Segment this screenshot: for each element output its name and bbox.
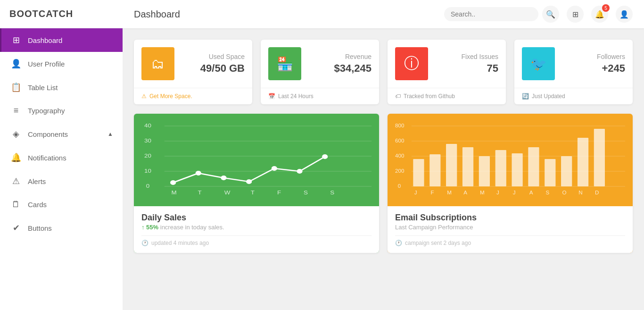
search-button[interactable]: 🔍 <box>542 6 559 23</box>
daily-sales-time-text: updated 4 minutes ago <box>151 240 209 246</box>
sidebar-item-label: Cards <box>28 201 47 209</box>
alert-icon: ⚠ <box>11 176 21 186</box>
chart-cards-row: 40 30 20 10 0 M T W T F S S <box>134 114 633 253</box>
stat-label: Followers <box>597 53 625 60</box>
sidebar-item-label: Typography <box>28 107 65 115</box>
svg-text:J: J <box>513 190 516 195</box>
svg-rect-36 <box>446 144 457 186</box>
svg-text:W: W <box>224 190 231 196</box>
buttons-icon: ✔ <box>11 223 21 233</box>
daily-sales-time: 🕐 updated 4 minutes ago <box>141 235 372 246</box>
email-subscriptions-time-text: campaign sent 2 days ago <box>405 240 471 246</box>
email-subscriptions-footer: Email Subscriptions Last Campaign Perfor… <box>388 206 633 253</box>
stat-value: +245 <box>602 62 625 75</box>
search-container: 🔍 <box>444 6 559 23</box>
used-space-icon: 🗂 <box>141 47 174 80</box>
email-subscriptions-subtitle: Last Campaign Performance <box>395 224 625 231</box>
page-title: Dashboard <box>134 9 444 20</box>
sidebar-item-user-profile[interactable]: 👤 User Profile <box>0 52 123 75</box>
svg-text:O: O <box>562 190 566 195</box>
svg-point-18 <box>196 171 201 176</box>
line-chart-svg: 40 30 20 10 0 M T W T F S S <box>141 121 372 197</box>
sidebar-item-label: Notifications <box>28 154 66 162</box>
stat-card-fixed-issues: ⓘ Fixed Issues 75 🏷 Tracked from Github <box>388 40 506 104</box>
sidebar-item-buttons[interactable]: ✔ Buttons <box>0 216 123 240</box>
svg-text:F: F <box>431 190 435 195</box>
svg-text:400: 400 <box>395 153 404 159</box>
warning-icon: ⚠ <box>141 93 147 100</box>
sidebar-item-alerts[interactable]: ⚠ Alerts <box>0 169 123 193</box>
svg-point-19 <box>221 176 226 180</box>
svg-text:F: F <box>277 190 281 196</box>
email-subscriptions-card: 800 600 400 200 0 <box>388 114 633 253</box>
svg-rect-45 <box>594 129 605 186</box>
sidebar-logo: BOOTCATCH <box>0 0 123 28</box>
clock-icon-2: 🕐 <box>395 240 402 246</box>
stat-footer: 🔄 Just Updated <box>514 88 633 104</box>
stat-label: Fixed Issues <box>461 53 498 60</box>
svg-point-20 <box>246 179 252 184</box>
daily-sales-percent: ↑ 55% <box>141 224 158 231</box>
notifications-button[interactable]: 🔔 5 <box>591 6 608 23</box>
email-chart-area: 800 600 400 200 0 <box>388 114 633 206</box>
stat-footer-text: Just Updated <box>532 93 565 100</box>
svg-text:J: J <box>414 190 417 195</box>
typography-icon: ≡ <box>11 106 21 116</box>
svg-text:200: 200 <box>395 168 404 174</box>
revenue-icon: 🏪 <box>268 47 301 80</box>
get-more-space-link[interactable]: Get More Space. <box>149 93 192 100</box>
stat-footer: 🏷 Tracked from Github <box>388 88 506 104</box>
svg-text:M: M <box>171 190 176 196</box>
svg-point-17 <box>170 180 176 185</box>
stat-card-top: ⓘ Fixed Issues 75 <box>388 40 506 88</box>
svg-rect-39 <box>495 150 506 186</box>
sidebar-item-cards[interactable]: 🗒 Cards <box>0 193 123 216</box>
bar-chart-svg: 800 600 400 200 0 <box>395 121 625 197</box>
search-input[interactable] <box>444 7 538 21</box>
sidebar-item-label: Components <box>28 130 68 138</box>
stat-footer-text: Last 24 Hours <box>278 93 314 100</box>
refresh-icon: 🔄 <box>522 93 529 100</box>
grid-button[interactable]: ⊞ <box>567 6 584 23</box>
stat-label: Revenue <box>345 53 372 60</box>
stat-card-top: 🗂 Used Space 49/50 GB <box>134 40 252 88</box>
stat-card-top: 🐦 Followers +245 <box>514 40 633 88</box>
svg-rect-38 <box>479 156 490 186</box>
fixed-issues-icon: ⓘ <box>395 47 428 80</box>
sidebar-item-components[interactable]: ◈ Components ▲ <box>0 122 123 146</box>
notification-badge: 5 <box>602 4 610 12</box>
sidebar-item-dashboard[interactable]: ⊞ Dashboard <box>0 28 123 52</box>
cards-icon: 🗒 <box>11 200 21 209</box>
main-content: Dashboard 🔍 ⊞ 🔔 5 👤 🗂 <box>123 0 644 310</box>
stat-card-revenue: 🏪 Revenue $34,245 📅 Last 24 Hours <box>261 40 379 104</box>
sidebar-item-table-list[interactable]: 📋 Table List <box>0 75 123 99</box>
stat-value: $34,245 <box>334 62 372 75</box>
sidebar-item-label: Table List <box>28 84 58 92</box>
svg-rect-35 <box>429 154 440 186</box>
stat-label: Used Space <box>209 53 245 60</box>
sidebar-item-label: User Profile <box>28 60 65 68</box>
daily-sales-subtitle: ↑ 55% increase in today sales. <box>141 224 372 231</box>
user-button[interactable]: 👤 <box>616 6 633 23</box>
svg-text:0: 0 <box>146 183 150 189</box>
svg-text:600: 600 <box>395 138 404 143</box>
sidebar-item-typography[interactable]: ≡ Typography <box>0 99 123 122</box>
svg-rect-37 <box>462 147 473 186</box>
table-icon: 📋 <box>11 82 21 92</box>
user-header-icon: 👤 <box>619 10 629 19</box>
email-subscriptions-title: Email Subscriptions <box>395 213 625 223</box>
daily-sales-card: 40 30 20 10 0 M T W T F S S <box>134 114 379 253</box>
header: Dashboard 🔍 ⊞ 🔔 5 👤 <box>123 0 644 28</box>
svg-text:D: D <box>595 190 599 195</box>
svg-point-22 <box>297 169 302 174</box>
stat-value: 49/50 GB <box>200 62 245 75</box>
daily-sales-subtitle-text: increase in today sales. <box>158 224 224 231</box>
svg-text:A: A <box>463 190 468 195</box>
sidebar-item-notifications[interactable]: 🔔 Notifications <box>0 146 123 169</box>
svg-rect-43 <box>561 156 572 186</box>
stat-value: 75 <box>487 62 498 75</box>
svg-rect-42 <box>545 159 555 186</box>
svg-text:800: 800 <box>395 123 404 128</box>
tag-icon: 🏷 <box>395 93 401 100</box>
search-icon: 🔍 <box>546 10 555 19</box>
